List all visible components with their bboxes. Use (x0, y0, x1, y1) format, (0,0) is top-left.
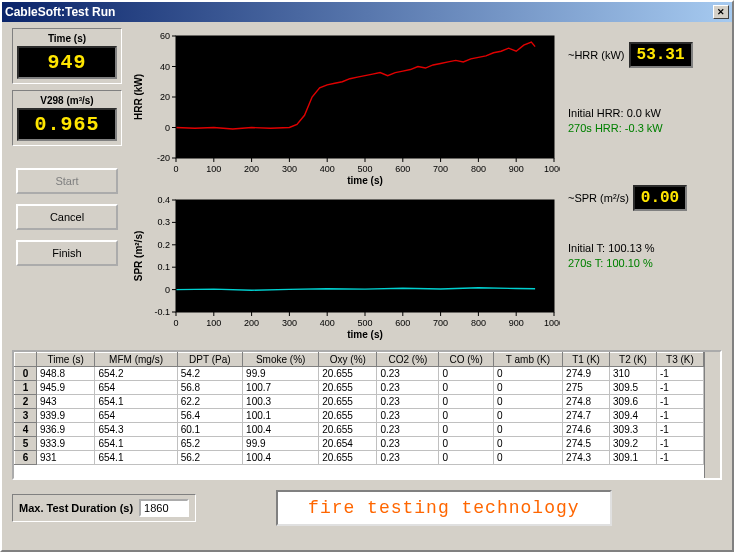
svg-text:900: 900 (509, 164, 524, 174)
svg-text:-20: -20 (157, 153, 170, 163)
table-header: Time (s) (37, 353, 95, 367)
svg-text:100: 100 (206, 318, 221, 328)
svg-text:1000: 1000 (544, 318, 560, 328)
svg-text:700: 700 (433, 318, 448, 328)
scrollbar[interactable] (704, 352, 720, 478)
data-table: Time (s)MFM (mg/s)DPT (Pa)Smoke (%)Oxy (… (14, 352, 720, 465)
table-header: Smoke (%) (243, 353, 319, 367)
table-row[interactable]: 3939.965456.4100.120.6550.2300274.7309.4… (15, 409, 720, 423)
svg-text:200: 200 (244, 164, 259, 174)
svg-text:20: 20 (160, 92, 170, 102)
svg-text:1000: 1000 (544, 164, 560, 174)
hrr-270s: 270s HRR: -0.3 kW (568, 121, 718, 136)
svg-text:time (s): time (s) (347, 175, 383, 186)
hrr-chart: 01002003004005006007008009001000-2002040… (130, 28, 560, 188)
svg-text:0: 0 (173, 164, 178, 174)
table-header: T2 (K) (610, 353, 657, 367)
table-row[interactable]: 0948.8654.254.299.920.6550.2300274.9310-… (15, 367, 720, 381)
svg-text:0.2: 0.2 (157, 240, 170, 250)
table-header: Oxy (%) (319, 353, 377, 367)
svg-text:0.3: 0.3 (157, 217, 170, 227)
v298-value: 0.965 (17, 108, 117, 141)
table-header: CO2 (%) (377, 353, 439, 367)
time-value: 949 (17, 46, 117, 79)
spr-chart: 01002003004005006007008009001000-0.100.1… (130, 192, 560, 342)
hrr-initial: Initial HRR: 0.0 kW (568, 106, 718, 121)
svg-text:0.4: 0.4 (157, 195, 170, 205)
svg-text:100: 100 (206, 164, 221, 174)
svg-text:0.1: 0.1 (157, 262, 170, 272)
table-header: CO (%) (439, 353, 493, 367)
svg-text:900: 900 (509, 318, 524, 328)
svg-text:600: 600 (395, 318, 410, 328)
cancel-button[interactable]: Cancel (16, 204, 118, 230)
table-row[interactable]: 4936.9654.360.1100.420.6550.2300274.6309… (15, 423, 720, 437)
table-header: T amb (K) (493, 353, 562, 367)
v298-display-group: V298 (m³/s) 0.965 (12, 90, 122, 146)
close-icon: ✕ (717, 7, 725, 17)
finish-button[interactable]: Finish (16, 240, 118, 266)
svg-text:-0.1: -0.1 (154, 307, 170, 317)
svg-text:400: 400 (320, 318, 335, 328)
svg-text:800: 800 (471, 164, 486, 174)
app-window: CableSoft:Test Run ✕ Time (s) 949 V298 (… (0, 0, 734, 552)
svg-text:0: 0 (165, 123, 170, 133)
duration-group: Max. Test Duration (s) (12, 494, 196, 522)
table-header: T3 (K) (656, 353, 703, 367)
svg-text:300: 300 (282, 164, 297, 174)
table-row[interactable]: 6931654.156.2100.420.6550.2300274.3309.1… (15, 451, 720, 465)
svg-rect-0 (176, 36, 554, 158)
svg-text:60: 60 (160, 31, 170, 41)
svg-text:800: 800 (471, 318, 486, 328)
svg-text:200: 200 (244, 318, 259, 328)
svg-text:0: 0 (165, 285, 170, 295)
v298-label: V298 (m³/s) (17, 95, 117, 106)
spr-270s: 270s T: 100.10 % (568, 256, 718, 271)
logo-text: fire testing technology (308, 498, 579, 518)
svg-text:SPR (m²/s): SPR (m²/s) (133, 231, 144, 282)
window-title: CableSoft:Test Run (5, 5, 115, 19)
svg-text:600: 600 (395, 164, 410, 174)
hrr-value: 53.31 (629, 42, 693, 68)
table-row[interactable]: 5933.9654.165.299.920.6540.2300274.5309.… (15, 437, 720, 451)
table-header: T1 (K) (563, 353, 610, 367)
svg-text:0: 0 (173, 318, 178, 328)
svg-text:40: 40 (160, 62, 170, 72)
title-bar: CableSoft:Test Run ✕ (2, 2, 732, 22)
table-header: DPT (Pa) (177, 353, 242, 367)
start-button[interactable]: Start (16, 168, 118, 194)
svg-text:500: 500 (357, 164, 372, 174)
spr-initial: Initial T: 100.13 % (568, 241, 718, 256)
hrr-readout: ~HRR (kW) 53.31 (568, 42, 718, 68)
svg-text:time (s): time (s) (347, 329, 383, 340)
svg-text:500: 500 (357, 318, 372, 328)
hrr-label: ~HRR (kW) (568, 49, 625, 61)
spr-value: 0.00 (633, 185, 687, 211)
spr-label: ~SPR (m²/s) (568, 192, 629, 204)
svg-text:700: 700 (433, 164, 448, 174)
table-row[interactable]: 2943654.162.2100.320.6550.2300274.8309.6… (15, 395, 720, 409)
spr-readout: ~SPR (m²/s) 0.00 (568, 185, 718, 211)
table-row[interactable]: 1945.965456.8100.720.6550.2300275309.5-1 (15, 381, 720, 395)
svg-text:300: 300 (282, 318, 297, 328)
table-header: MFM (mg/s) (95, 353, 177, 367)
svg-text:HRR (kW): HRR (kW) (133, 74, 144, 120)
time-display-group: Time (s) 949 (12, 28, 122, 84)
svg-rect-36 (176, 200, 554, 312)
logo: fire testing technology (276, 490, 611, 526)
duration-label: Max. Test Duration (s) (19, 502, 133, 514)
data-table-container[interactable]: Time (s)MFM (mg/s)DPT (Pa)Smoke (%)Oxy (… (12, 350, 722, 480)
svg-text:400: 400 (320, 164, 335, 174)
duration-input[interactable] (139, 499, 189, 517)
close-button[interactable]: ✕ (713, 5, 729, 19)
time-label: Time (s) (17, 33, 117, 44)
